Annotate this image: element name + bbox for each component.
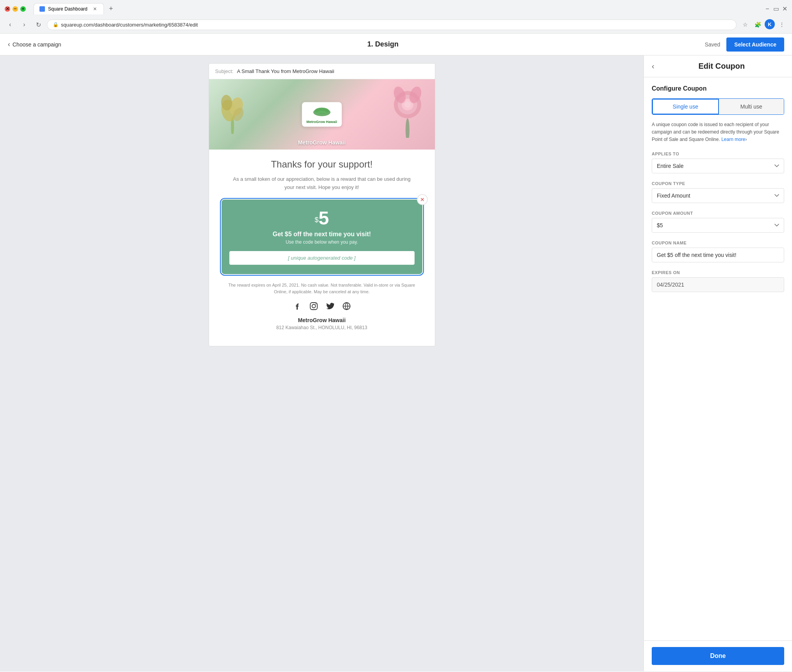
browser-toolbar-icons: ☆ 🧩 K ⋮ [740,19,787,30]
address-bar[interactable]: 🔒 squareup.com/dashboard/customers/marke… [47,20,737,30]
info-text-content: A unique coupon code is issued to each r… [652,122,779,142]
svg-point-17 [315,303,316,304]
twitter-icon [326,302,334,312]
done-btn[interactable]: Done [652,647,784,665]
multi-use-btn[interactable]: Multi use [719,99,784,114]
coupon-block: $5 Get $5 off the next time you visit! U… [222,200,422,274]
applies-to-select[interactable]: Entire Sale Specific Item [652,159,784,173]
coupon-name-input[interactable] [652,248,784,262]
tab-close-btn[interactable]: ✕ [92,6,98,12]
email-body: Thanks for your support! As a small toke… [209,150,435,346]
tab-favicon [39,6,45,12]
panel-title: Edit Coupon [659,62,784,71]
edit-coupon-panel: ‹ Edit Coupon Configure Coupon Single us… [644,55,792,671]
coupon-subtitle: Use the code below when you pay. [229,239,415,245]
coupon-type-label: COUPON TYPE [652,181,784,186]
browser-chrome: ✕ − + Square Dashboard ✕ + − ▭ ✕ ‹ › ↻ 🔒… [0,0,792,34]
coupon-dollar-sign: $ [315,216,318,224]
window-close-sys-btn[interactable]: ✕ [782,6,787,12]
website-icon [342,302,351,312]
address-bar-row: ‹ › ↻ 🔒 squareup.com/dashboard/customers… [0,18,792,33]
active-tab[interactable]: Square Dashboard ✕ [34,3,104,14]
flower-yellow-decoration [217,87,248,134]
coupon-amount-label: COUPON AMOUNT [652,211,784,216]
subject-text: A Small Thank You from MetroGrow Hawaii [237,68,334,74]
coupon-amount-number: 5 [318,208,329,228]
reload-btn[interactable]: ↻ [33,19,44,30]
email-card: Subject: A Small Thank You from MetroGro… [209,63,435,346]
window-maximize-btn[interactable]: + [20,6,26,12]
coupon-name-field: COUPON NAME [652,241,784,262]
header-right: Saved Select Audience [705,37,784,52]
email-footer-company: MetroGrow Hawaii [222,317,422,323]
email-subtext: As a small token of our appreciation, be… [222,175,422,192]
email-preview-pane: Subject: A Small Thank You from MetroGro… [0,55,644,671]
applies-to-label: APPLIES TO [652,152,784,156]
new-tab-btn[interactable]: + [105,4,116,14]
email-hero-logo: MetroGrow Hawaii [302,102,342,127]
coupon-amount-field: COUPON AMOUNT $5 $10 $15 $20 [652,211,784,233]
coupon-type-field: COUPON TYPE Fixed Amount Percentage [652,181,784,203]
tab-title: Square Dashboard [48,6,88,12]
email-headline: Thanks for your support! [222,159,422,170]
app-header: ‹ Choose a campaign 1. Design Saved Sele… [0,34,792,55]
expires-on-value: 04/25/2021 [652,277,784,292]
coupon-amount-display: $5 [229,209,415,228]
applies-to-field: APPLIES TO Entire Sale Specific Item [652,152,784,173]
svg-point-16 [312,304,315,308]
expires-on-field: EXPIRES ON 04/25/2021 [652,270,784,292]
coupon-title: Get $5 off the next time you visit! [229,231,415,238]
forward-nav-btn[interactable]: › [19,19,30,30]
saved-status: Saved [705,41,720,48]
learn-more-link[interactable]: Learn more [721,137,745,142]
expires-on-label: EXPIRES ON [652,270,784,275]
coupon-code-box: [ unique autogenerated code ] [229,251,415,265]
email-footer-address: 812 Kawaiahao St., HONOLULU, HI, 96813 [222,325,422,330]
svg-point-9 [404,102,411,108]
choose-campaign-back-btn[interactable]: ‹ Choose a campaign [8,40,61,48]
facebook-icon [293,302,302,312]
main-content: Subject: A Small Thank You from MetroGro… [0,55,792,671]
window-minimize-btn[interactable]: − [13,6,18,12]
coupon-name-label: COUPON NAME [652,241,784,245]
email-hero: MetroGrow Hawaii MetroGrow Hawaii [209,79,435,150]
panel-footer: Done [644,640,792,671]
app-container: ‹ Choose a campaign 1. Design Saved Sele… [0,34,792,671]
window-minimize-sys-btn[interactable]: − [765,6,770,12]
url-text: squareup.com/dashboard/customers/marketi… [61,22,731,28]
coupon-remove-btn[interactable]: ✕ [417,194,428,205]
subject-label: Subject: [215,68,234,74]
logo-company-name: MetroGrow Hawaii [306,120,337,124]
configure-coupon-title: Configure Coupon [652,85,784,92]
coupon-type-select[interactable]: Fixed Amount Percentage [652,188,784,203]
page-title: 1. Design [61,40,705,48]
email-subtext-line1: As a small token of our appreciation, be… [233,176,411,182]
panel-back-btn[interactable]: ‹ [652,62,654,71]
svg-point-5 [406,118,409,138]
coupon-amount-select[interactable]: $5 $10 $15 $20 [652,218,784,233]
bookmark-btn[interactable]: ☆ [740,19,751,30]
browser-titlebar: ✕ − + Square Dashboard ✕ + − ▭ ✕ [0,0,792,18]
panel-header: ‹ Edit Coupon [644,55,792,77]
lock-icon: 🔒 [53,22,59,27]
email-footer: MetroGrow Hawaii 812 Kawaiahao St., HONO… [222,317,422,337]
back-label: Choose a campaign [13,41,61,48]
browser-window-controls: ✕ − + [5,6,26,12]
extensions-btn[interactable]: 🧩 [752,19,763,30]
email-hero-title: MetroGrow Hawaii [298,139,345,146]
email-subtext-line2: your next visit. Hope you enjoy it! [284,184,359,190]
back-nav-btn[interactable]: ‹ [5,19,16,30]
window-close-btn[interactable]: ✕ [5,6,10,12]
more-btn[interactable]: ⋮ [776,19,787,30]
email-disclaimer: The reward expires on April 25, 2021. No… [222,282,422,296]
profile-btn[interactable]: K [765,19,775,29]
back-arrow-icon: ‹ [8,40,10,48]
flower-pink-decoration [388,83,427,138]
tab-bar: Square Dashboard ✕ + [29,3,121,14]
single-use-btn[interactable]: Single use [652,99,719,114]
instagram-icon [309,302,318,312]
email-subject-bar: Subject: A Small Thank You from MetroGro… [209,64,435,79]
email-social-icons [222,302,422,312]
select-audience-btn[interactable]: Select Audience [726,37,784,52]
window-restore-sys-btn[interactable]: ▭ [773,6,779,12]
